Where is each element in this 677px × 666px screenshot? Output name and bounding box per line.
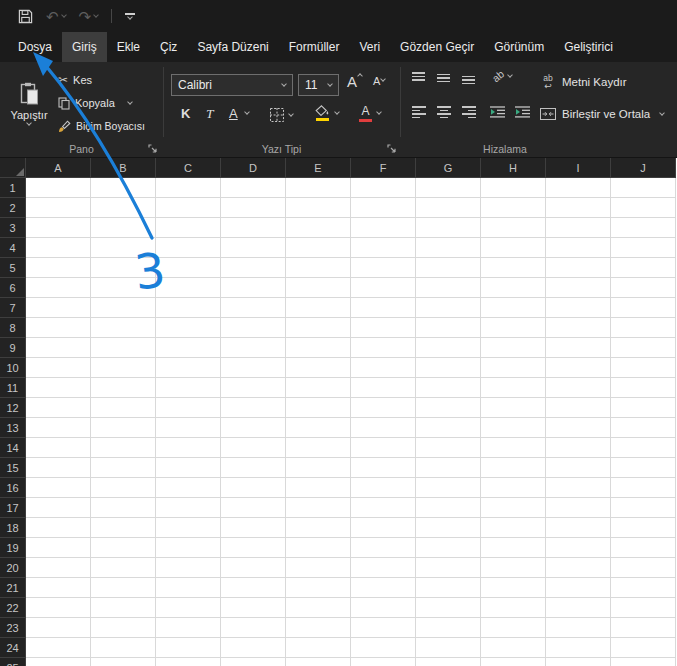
cell-C24[interactable] [156, 638, 221, 658]
cell-B16[interactable] [91, 478, 156, 498]
cell-I23[interactable] [546, 618, 611, 638]
cell-I11[interactable] [546, 378, 611, 398]
row-header-3[interactable]: 3 [0, 218, 26, 238]
cell-E22[interactable] [286, 598, 351, 618]
cell-J25[interactable] [611, 658, 676, 666]
dialog-launcher-icon[interactable] [148, 144, 157, 153]
column-header-D[interactable]: D [221, 158, 286, 178]
cell-I2[interactable] [546, 198, 611, 218]
cell-E6[interactable] [286, 278, 351, 298]
cell-D12[interactable] [221, 398, 286, 418]
cell-F10[interactable] [351, 358, 416, 378]
cell-J3[interactable] [611, 218, 676, 238]
column-header-A[interactable]: A [26, 158, 91, 178]
format-painter-button[interactable]: Biçim Boyacısı [58, 116, 145, 136]
cell-E15[interactable] [286, 458, 351, 478]
cell-B7[interactable] [91, 298, 156, 318]
cell-F18[interactable] [351, 518, 416, 538]
cell-F8[interactable] [351, 318, 416, 338]
cell-G15[interactable] [416, 458, 481, 478]
tab-veri[interactable]: Veri [349, 32, 390, 62]
cell-I3[interactable] [546, 218, 611, 238]
cell-B14[interactable] [91, 438, 156, 458]
tab-ekle[interactable]: Ekle [107, 32, 150, 62]
cell-H17[interactable] [481, 498, 546, 518]
cell-I8[interactable] [546, 318, 611, 338]
cell-A6[interactable] [26, 278, 91, 298]
cell-E8[interactable] [286, 318, 351, 338]
cell-F2[interactable] [351, 198, 416, 218]
row-header-12[interactable]: 12 [0, 398, 26, 418]
cell-B1[interactable] [91, 178, 156, 198]
row-header-6[interactable]: 6 [0, 278, 26, 298]
cell-E21[interactable] [286, 578, 351, 598]
cell-H14[interactable] [481, 438, 546, 458]
cell-H9[interactable] [481, 338, 546, 358]
cell-E16[interactable] [286, 478, 351, 498]
row-header-15[interactable]: 15 [0, 458, 26, 478]
cell-C10[interactable] [156, 358, 221, 378]
increase-indent-button[interactable] [515, 106, 530, 118]
cell-I1[interactable] [546, 178, 611, 198]
decrease-font-size-button[interactable]: A [373, 76, 385, 87]
cell-D15[interactable] [221, 458, 286, 478]
cell-E18[interactable] [286, 518, 351, 538]
align-center-button[interactable] [437, 106, 451, 118]
cell-E19[interactable] [286, 538, 351, 558]
cell-D9[interactable] [221, 338, 286, 358]
cell-H15[interactable] [481, 458, 546, 478]
cell-G2[interactable] [416, 198, 481, 218]
cell-I19[interactable] [546, 538, 611, 558]
increase-font-size-button[interactable]: A [347, 74, 362, 89]
cell-E17[interactable] [286, 498, 351, 518]
row-header-4[interactable]: 4 [0, 238, 26, 258]
cell-J7[interactable] [611, 298, 676, 318]
cell-D22[interactable] [221, 598, 286, 618]
row-header-18[interactable]: 18 [0, 518, 26, 538]
cell-D7[interactable] [221, 298, 286, 318]
cell-B13[interactable] [91, 418, 156, 438]
cell-G17[interactable] [416, 498, 481, 518]
cell-A20[interactable] [26, 558, 91, 578]
align-right-button[interactable] [462, 106, 476, 118]
cell-C7[interactable] [156, 298, 221, 318]
cell-C11[interactable] [156, 378, 221, 398]
cell-G12[interactable] [416, 398, 481, 418]
undo-button[interactable]: ↶ [46, 9, 66, 24]
cell-H24[interactable] [481, 638, 546, 658]
cell-J15[interactable] [611, 458, 676, 478]
column-header-B[interactable]: B [91, 158, 156, 178]
cell-G7[interactable] [416, 298, 481, 318]
align-middle-button[interactable] [437, 72, 450, 84]
cell-A16[interactable] [26, 478, 91, 498]
cell-I9[interactable] [546, 338, 611, 358]
cell-D3[interactable] [221, 218, 286, 238]
row-header-21[interactable]: 21 [0, 578, 26, 598]
cell-G1[interactable] [416, 178, 481, 198]
row-header-13[interactable]: 13 [0, 418, 26, 438]
cell-A12[interactable] [26, 398, 91, 418]
cell-H10[interactable] [481, 358, 546, 378]
cell-A17[interactable] [26, 498, 91, 518]
cut-button[interactable]: ✂ Kes [58, 70, 92, 90]
cell-A18[interactable] [26, 518, 91, 538]
cell-E23[interactable] [286, 618, 351, 638]
cell-F20[interactable] [351, 558, 416, 578]
cell-F14[interactable] [351, 438, 416, 458]
cell-C16[interactable] [156, 478, 221, 498]
cell-E24[interactable] [286, 638, 351, 658]
row-header-1[interactable]: 1 [0, 178, 26, 198]
cell-I12[interactable] [546, 398, 611, 418]
cell-I14[interactable] [546, 438, 611, 458]
cell-D18[interactable] [221, 518, 286, 538]
cell-B23[interactable] [91, 618, 156, 638]
cell-G14[interactable] [416, 438, 481, 458]
row-header-8[interactable]: 8 [0, 318, 26, 338]
cell-F9[interactable] [351, 338, 416, 358]
row-header-25[interactable]: 25 [0, 658, 26, 666]
cell-H11[interactable] [481, 378, 546, 398]
cell-A15[interactable] [26, 458, 91, 478]
cell-I16[interactable] [546, 478, 611, 498]
cell-F15[interactable] [351, 458, 416, 478]
tab-görünüm[interactable]: Görünüm [484, 32, 554, 62]
